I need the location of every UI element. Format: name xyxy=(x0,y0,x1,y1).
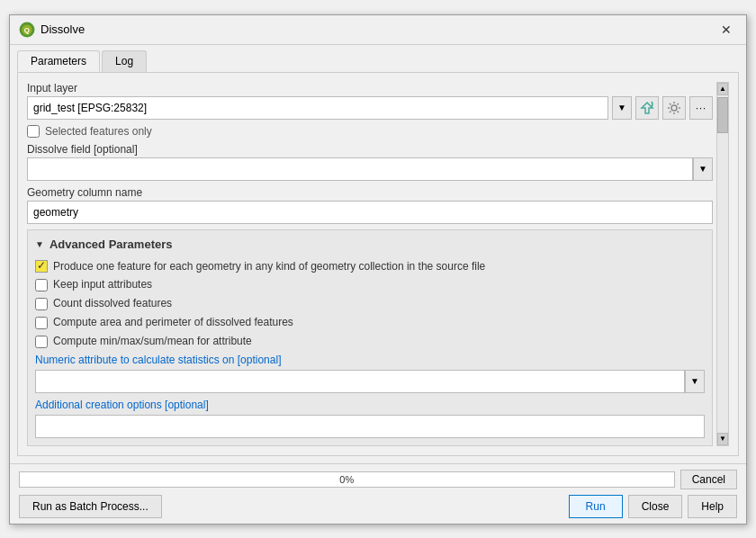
creation-options-label: Additional creation options [optional] xyxy=(35,399,705,411)
numeric-attr-combo: ▼ xyxy=(35,370,705,393)
adv-checkbox-compute-area-row: Compute area and perimeter of dissolved … xyxy=(35,316,705,329)
dissolve-field-section: Dissolve field [optional] ▼ xyxy=(27,143,713,181)
action-buttons: Run Close Help xyxy=(569,495,737,518)
progress-bar: 0% xyxy=(19,471,675,488)
qgis-logo-icon: Q xyxy=(19,22,35,38)
keep-attributes-checkbox[interactable] xyxy=(35,279,48,291)
numeric-dropdown-icon: ▼ xyxy=(690,376,699,386)
svg-text:Q: Q xyxy=(24,25,30,33)
selected-features-label: Selected features only xyxy=(45,125,152,138)
dissolve-field-label: Dissolve field [optional] xyxy=(27,143,713,156)
select-features-button[interactable] xyxy=(635,96,659,120)
compute-minmax-checkbox[interactable] xyxy=(35,336,48,348)
dialog-title: Dissolve xyxy=(40,22,85,36)
advanced-header-label: Advanced Parameters xyxy=(50,238,173,251)
numeric-attr-section: Numeric attribute to calculate statistic… xyxy=(35,354,705,393)
input-layer-label: Input layer xyxy=(27,82,713,94)
advanced-header: ▼ Advanced Parameters xyxy=(35,238,705,251)
run-button[interactable]: Run xyxy=(569,495,623,518)
dissolve-dialog: Q Dissolve ✕ Parameters Log Input layer … xyxy=(9,14,747,525)
dissolve-field-select[interactable] xyxy=(27,157,693,181)
dissolve-field-dropdown-arrow[interactable]: ▼ xyxy=(693,157,713,181)
select-features-icon xyxy=(640,101,654,115)
collapse-triangle-icon: ▼ xyxy=(35,239,44,249)
dissolve-field-combo: ▼ xyxy=(27,157,713,181)
tab-parameters[interactable]: Parameters xyxy=(17,50,100,72)
action-buttons-row: Run as Batch Process... Run Close Help xyxy=(19,495,737,518)
help-button[interactable]: Help xyxy=(688,495,737,518)
progress-text: 0% xyxy=(20,472,674,487)
numeric-attr-label: Numeric attribute to calculate statistic… xyxy=(35,354,705,366)
tabs-bar: Parameters Log xyxy=(10,45,746,72)
main-panel: Input layer ▼ xyxy=(27,82,713,446)
adv-checkbox1-label: Produce one feature for each geometry in… xyxy=(53,260,485,273)
geometry-column-section: Geometry column name xyxy=(27,186,713,224)
window-close-button[interactable]: ✕ xyxy=(716,21,737,39)
adv-checkbox5-label: Compute min/max/sum/mean for attribute xyxy=(53,335,252,347)
scrollbar-up-arrow[interactable]: ▲ xyxy=(717,83,728,95)
cancel-button[interactable]: Cancel xyxy=(680,470,737,489)
content-area: Input layer ▼ xyxy=(17,72,739,456)
tab-log[interactable]: Log xyxy=(102,50,147,72)
numeric-attr-dropdown-arrow[interactable]: ▼ xyxy=(685,370,705,393)
creation-options-section: Additional creation options [optional] xyxy=(35,399,705,438)
svg-point-3 xyxy=(671,105,677,111)
adv-checkbox2-label: Keep input attributes xyxy=(53,278,152,291)
close-dialog-button[interactable]: Close xyxy=(628,495,683,518)
geometry-column-label: Geometry column name xyxy=(27,186,713,199)
bottom-bar: 0% Cancel Run as Batch Process... Run Cl… xyxy=(10,463,746,524)
settings-icon xyxy=(667,101,681,115)
selected-features-row: Selected features only xyxy=(27,125,713,138)
advanced-parameters-section: ▼ Advanced Parameters Produce one featur… xyxy=(27,229,713,446)
count-dissolved-checkbox[interactable] xyxy=(35,298,48,310)
scrollbar-thumb[interactable] xyxy=(717,97,728,133)
run-batch-process-button[interactable]: Run as Batch Process... xyxy=(19,495,162,518)
selected-features-checkbox[interactable] xyxy=(27,125,40,138)
adv-checkbox-compute-minmax-row: Compute min/max/sum/mean for attribute xyxy=(35,335,705,348)
geometry-column-input[interactable] xyxy=(27,201,713,224)
settings-button[interactable] xyxy=(662,96,686,120)
vertical-scrollbar: ▲ ▼ xyxy=(716,82,729,446)
input-layer-dropdown-arrow[interactable]: ▼ xyxy=(612,96,632,120)
ellipsis-icon: ··· xyxy=(696,103,706,113)
dropdown-arrow-icon: ▼ xyxy=(617,103,626,112)
creation-options-input[interactable] xyxy=(35,415,705,438)
input-layer-section: Input layer ▼ xyxy=(27,82,713,120)
adv-checkbox-keep-attributes-row: Keep input attributes xyxy=(35,278,705,291)
adv-checkbox4-label: Compute area and perimeter of dissolved … xyxy=(53,316,293,328)
scrollbar-down-arrow[interactable]: ▼ xyxy=(717,433,728,445)
numeric-attr-select[interactable] xyxy=(35,370,685,393)
compute-area-checkbox[interactable] xyxy=(35,317,48,329)
input-layer-row: ▼ ··· xyxy=(27,96,713,120)
input-layer-field[interactable] xyxy=(27,96,608,120)
produce-feature-checkbox[interactable] xyxy=(35,260,48,273)
adv-checkbox-produce-feature-row: Produce one feature for each geometry in… xyxy=(35,260,705,273)
adv-checkbox-count-dissolved-row: Count dissolved features xyxy=(35,297,705,310)
dissolve-dropdown-icon: ▼ xyxy=(698,164,707,174)
adv-checkbox3-label: Count dissolved features xyxy=(53,297,172,309)
progress-row: 0% Cancel xyxy=(19,470,737,489)
titlebar: Q Dissolve ✕ xyxy=(10,15,746,45)
ellipsis-button[interactable]: ··· xyxy=(689,96,713,120)
scrollbar-track xyxy=(717,95,728,433)
titlebar-left: Q Dissolve xyxy=(19,22,85,38)
